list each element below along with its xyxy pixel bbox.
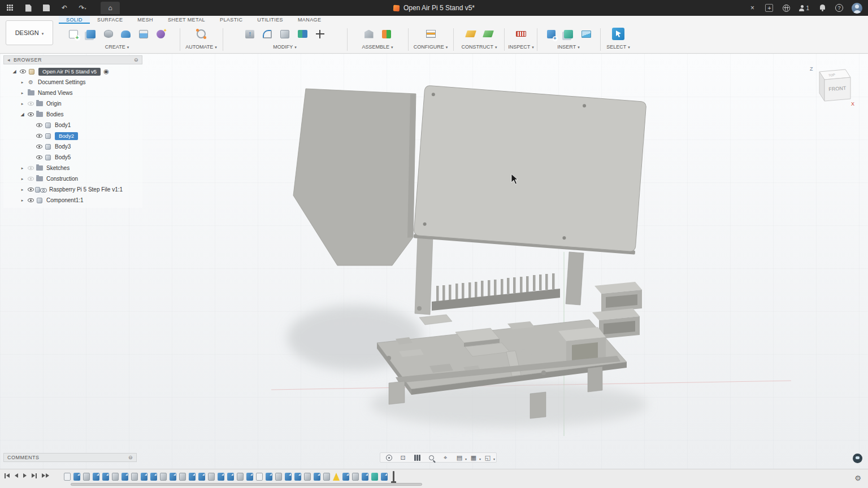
insert-derive-button[interactable] [544, 26, 558, 42]
visibility-eye-icon[interactable] [28, 102, 34, 106]
visibility-eye-icon[interactable] [28, 177, 34, 181]
fit-icon[interactable]: ⌖ [441, 454, 449, 461]
body-back-plate[interactable] [293, 89, 416, 265]
tree-item-component1[interactable]: ▸ Component1:1 [3, 195, 142, 206]
timeline-sketch-icon[interactable] [73, 473, 80, 481]
look-at-icon[interactable]: ⊡ [399, 454, 407, 461]
press-pull-button[interactable] [242, 26, 257, 42]
timeline-feature-icon[interactable] [237, 473, 244, 481]
tree-item-body5[interactable]: Body5 [3, 152, 142, 163]
insert-dropdown[interactable]: INSERT [557, 44, 579, 50]
new-component-button[interactable] [362, 26, 376, 42]
visibility-eye-icon[interactable] [28, 198, 34, 202]
notifications-bell-icon[interactable] [818, 3, 827, 12]
timeline-sketch-icon[interactable] [170, 473, 176, 481]
construct-plane-button[interactable] [463, 26, 478, 42]
collapse-panel-icon[interactable]: ◂ [7, 57, 10, 63]
revolve-button[interactable] [101, 26, 116, 42]
timeline-sketch-icon[interactable] [342, 473, 349, 481]
timeline-feature-icon[interactable] [352, 473, 359, 481]
body-display-panel[interactable] [414, 85, 646, 255]
timeline-component-icon[interactable] [64, 473, 71, 481]
app-grid-menu-icon[interactable] [6, 3, 15, 12]
automate-button[interactable] [194, 26, 209, 42]
assemble-dropdown[interactable]: ASSEMBLE [362, 44, 393, 50]
tree-item-body1[interactable]: Body1 [3, 120, 142, 130]
timeline-feature-icon[interactable] [83, 473, 90, 481]
expand-arrow-icon[interactable]: ◢ [12, 69, 16, 74]
tree-item-document-settings[interactable]: ▸ ⚙ Document Settings [3, 77, 142, 88]
visibility-eye-icon[interactable] [36, 123, 42, 127]
undo-icon[interactable]: ↶ [60, 3, 69, 12]
timeline-sketch-icon[interactable] [150, 473, 157, 481]
construct-axis-button[interactable] [481, 26, 496, 42]
assistant-bubble-icon[interactable] [853, 454, 862, 463]
insert-mesh-button[interactable] [561, 26, 576, 42]
timeline-sketch-icon[interactable] [314, 473, 320, 481]
timeline-feature-icon[interactable] [112, 473, 119, 481]
expand-arrow-icon[interactable]: ▸ [21, 166, 24, 171]
viewports-icon[interactable]: ◱▾ [484, 454, 492, 461]
joint-button[interactable] [379, 26, 394, 42]
tab-mesh[interactable]: MESH [130, 16, 160, 24]
expand-arrow-icon[interactable]: ▸ [21, 177, 24, 181]
panel-options-icon[interactable]: ⊖ [134, 57, 138, 63]
visibility-eye-icon[interactable] [28, 166, 34, 170]
automate-dropdown[interactable]: AUTOMATE [185, 44, 217, 50]
timeline-sketch-icon[interactable] [246, 473, 253, 481]
timeline-sketch-icon[interactable] [294, 473, 301, 481]
help-icon[interactable]: ? [835, 4, 843, 12]
save-icon[interactable] [42, 3, 51, 12]
timeline-feature-icon[interactable] [179, 473, 186, 481]
collaborators-badge[interactable]: 1 [799, 5, 809, 11]
tab-surface[interactable]: SURFACE [90, 16, 130, 24]
loft-button[interactable] [136, 26, 151, 42]
timeline-feature-icon[interactable] [304, 473, 311, 481]
create-sketch-button[interactable]: + [66, 26, 81, 42]
visibility-eye-icon[interactable] [28, 112, 34, 116]
user-avatar[interactable] [852, 3, 862, 14]
tree-item-body3[interactable]: Body3 [3, 141, 142, 152]
close-icon[interactable]: × [748, 3, 757, 12]
timeline-sketch-icon[interactable] [141, 473, 147, 481]
file-menu-icon[interactable] [24, 3, 33, 12]
expand-arrow-icon[interactable]: ▸ [21, 102, 24, 106]
step-forward-button[interactable] [32, 472, 37, 479]
tab-sheet-metal[interactable]: SHEET METAL [160, 16, 212, 24]
measure-button[interactable] [514, 26, 528, 42]
timeline-zoom-slider[interactable] [71, 483, 422, 486]
pattern-button[interactable]: ✦ [154, 26, 168, 42]
select-dropdown[interactable]: SELECT [606, 44, 630, 50]
modify-dropdown[interactable]: MODIFY [273, 44, 297, 50]
tab-solid[interactable]: SOLID [59, 16, 90, 24]
skip-to-start-button[interactable] [5, 472, 10, 479]
play-button[interactable] [23, 472, 27, 479]
timeline-sketch-icon[interactable] [381, 473, 388, 481]
gpio-pin-header[interactable] [432, 273, 560, 311]
stand-arm-left[interactable] [415, 236, 433, 315]
visibility-eye-icon[interactable] [36, 145, 42, 149]
timeline-feature-icon[interactable] [131, 473, 138, 481]
expand-arrow-icon[interactable]: ▸ [21, 188, 24, 192]
timeline-sketch-icon[interactable] [102, 473, 109, 481]
timeline-warning-icon[interactable] [333, 473, 340, 481]
timeline-sketch-icon[interactable] [285, 473, 292, 481]
tree-item-bodies[interactable]: ◢ Bodies [3, 109, 142, 120]
panel-options-icon[interactable]: ⊖ [128, 455, 133, 460]
zoom-icon[interactable] [427, 454, 435, 461]
combine-button[interactable] [295, 26, 310, 42]
display-settings-icon[interactable]: ▤▾ [455, 454, 463, 461]
tree-item-origin[interactable]: ▸ Origin [3, 98, 142, 109]
tree-item-sketches[interactable]: ▸ Sketches [3, 163, 142, 173]
skip-to-end-button[interactable] [42, 472, 49, 479]
timeline-component-icon[interactable] [256, 473, 263, 481]
redo-icon[interactable]: ↷▾ [78, 3, 87, 12]
slider-handle[interactable] [71, 483, 422, 486]
construct-dropdown[interactable]: CONSTRUCT [461, 44, 497, 50]
fillet-button[interactable] [260, 26, 275, 42]
design-workspace-dropdown[interactable]: DESIGN [6, 20, 53, 45]
timeline-playhead-marker[interactable] [393, 471, 394, 482]
timeline-sketch-icon[interactable] [266, 473, 272, 481]
timeline-feature-icon[interactable] [208, 473, 215, 481]
timeline-teal-icon[interactable] [371, 473, 378, 481]
